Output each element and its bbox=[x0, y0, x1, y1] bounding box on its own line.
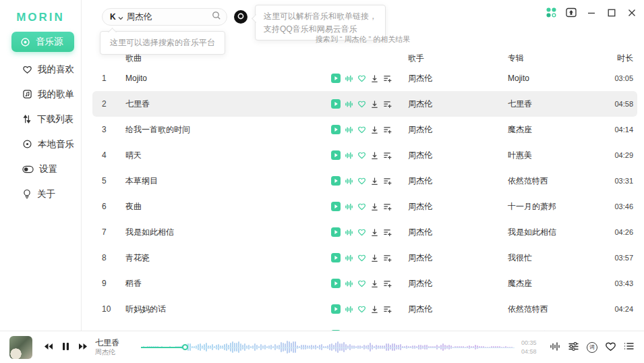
add-playlist-icon[interactable] bbox=[383, 254, 392, 262]
wave-icon[interactable] bbox=[345, 151, 353, 160]
maximize-button[interactable] bbox=[605, 7, 618, 20]
add-playlist-icon[interactable] bbox=[383, 279, 392, 288]
add-playlist-icon[interactable] bbox=[383, 202, 392, 211]
wave-icon[interactable] bbox=[345, 279, 353, 288]
sidebar-item-music-source[interactable]: 音乐源 bbox=[11, 32, 74, 52]
wave-icon[interactable] bbox=[345, 254, 353, 262]
platform-selector[interactable]: K bbox=[110, 11, 123, 23]
song-row[interactable]: 5本草纲目周杰伦依然范特西03:31 bbox=[92, 168, 637, 194]
song-row[interactable]: 7我是如此相信周杰伦我是如此相信04:26 bbox=[92, 219, 637, 245]
add-playlist-icon[interactable] bbox=[383, 151, 392, 160]
play-icon[interactable] bbox=[331, 202, 341, 211]
heart-outline-icon[interactable] bbox=[357, 151, 366, 159]
song-row[interactable]: 11告白气球周杰伦周杰伦的床边故事03:35 bbox=[92, 322, 637, 331]
search-input[interactable]: 周杰伦 bbox=[127, 11, 208, 23]
wave-icon[interactable] bbox=[345, 228, 353, 237]
sidebar-item-local-music[interactable]: 本地音乐 bbox=[0, 132, 81, 157]
song-album: 魔杰座 bbox=[493, 124, 598, 136]
download-icon[interactable] bbox=[370, 331, 379, 331]
download-icon[interactable] bbox=[370, 74, 379, 83]
add-playlist-icon[interactable] bbox=[383, 74, 392, 83]
play-icon[interactable] bbox=[331, 279, 341, 288]
favorite-button[interactable] bbox=[605, 341, 616, 354]
close-button[interactable] bbox=[625, 7, 639, 20]
play-icon[interactable] bbox=[331, 176, 341, 186]
waveform-played-line bbox=[141, 347, 185, 348]
play-icon[interactable] bbox=[331, 74, 341, 83]
song-row[interactable]: 9稻香周杰伦魔杰座03:43 bbox=[92, 271, 637, 296]
play-icon[interactable] bbox=[331, 99, 341, 109]
wave-icon[interactable] bbox=[345, 202, 353, 211]
heart-outline-icon[interactable] bbox=[357, 125, 366, 134]
wave-icon[interactable] bbox=[345, 100, 353, 109]
visualizer-button[interactable] bbox=[550, 341, 560, 354]
wave-icon[interactable] bbox=[345, 74, 353, 83]
play-icon[interactable] bbox=[331, 125, 341, 134]
song-row[interactable]: 3给我一首歌的时间周杰伦魔杰座04:14 bbox=[92, 117, 637, 142]
play-icon[interactable] bbox=[331, 227, 341, 237]
song-row[interactable]: 6夜曲周杰伦十一月的萧邦03:46 bbox=[92, 194, 637, 219]
play-queue-button[interactable] bbox=[624, 341, 635, 353]
song-row[interactable]: 4晴天周杰伦叶惠美04:29 bbox=[92, 142, 637, 168]
download-icon[interactable] bbox=[370, 305, 379, 314]
heart-outline-icon[interactable] bbox=[357, 228, 366, 236]
download-icon[interactable] bbox=[370, 228, 379, 237]
download-icon[interactable] bbox=[370, 151, 379, 160]
download-icon[interactable] bbox=[370, 177, 379, 186]
add-playlist-icon[interactable] bbox=[383, 331, 392, 331]
song-row[interactable]: 10听妈妈的话周杰伦依然范特西04:24 bbox=[92, 296, 637, 322]
album-art[interactable] bbox=[9, 336, 32, 359]
search-bar[interactable]: K 周杰伦 bbox=[102, 8, 227, 26]
heart-outline-icon[interactable] bbox=[357, 254, 366, 262]
heart-outline-icon[interactable] bbox=[357, 74, 366, 82]
play-icon[interactable] bbox=[331, 330, 341, 331]
heart-outline-icon[interactable] bbox=[357, 305, 366, 313]
add-playlist-icon[interactable] bbox=[383, 177, 392, 186]
song-row[interactable]: 8青花瓷周杰伦我很忙03:57 bbox=[92, 245, 637, 271]
progress-knob[interactable] bbox=[182, 344, 188, 350]
sidebar-item-about[interactable]: 关于 bbox=[0, 182, 81, 206]
sidebar-item-label: 关于 bbox=[37, 188, 55, 200]
wave-icon[interactable] bbox=[345, 305, 353, 314]
sidebar-item-settings[interactable]: 设置 bbox=[0, 157, 81, 182]
wave-icon[interactable] bbox=[345, 177, 353, 186]
previous-button[interactable] bbox=[43, 342, 53, 352]
heart-outline-icon[interactable] bbox=[357, 100, 366, 108]
download-icon[interactable] bbox=[370, 279, 379, 288]
wave-icon[interactable] bbox=[345, 331, 353, 331]
sidebar-item-download-list[interactable]: 下载列表 bbox=[0, 107, 81, 132]
add-playlist-icon[interactable] bbox=[383, 305, 392, 314]
equalizer-button[interactable] bbox=[568, 341, 579, 354]
song-artist: 周杰伦 bbox=[392, 329, 493, 331]
next-button[interactable] bbox=[78, 342, 88, 352]
play-icon[interactable] bbox=[331, 150, 341, 160]
download-icon[interactable] bbox=[370, 254, 379, 262]
wave-icon[interactable] bbox=[345, 125, 353, 134]
mini-mode-button[interactable] bbox=[564, 7, 578, 20]
add-playlist-icon[interactable] bbox=[383, 125, 392, 134]
header-duration: 时长 bbox=[598, 53, 633, 64]
sidebar-item-my-playlists[interactable]: 我的歌单 bbox=[0, 82, 81, 107]
heart-outline-icon[interactable] bbox=[357, 279, 366, 287]
download-icon[interactable] bbox=[370, 125, 379, 134]
song-row[interactable]: 1Mojito周杰伦Mojito03:05 bbox=[92, 65, 637, 91]
minimize-button[interactable] bbox=[585, 7, 598, 20]
search-icon[interactable] bbox=[212, 11, 221, 23]
lyrics-button[interactable]: 词 bbox=[587, 342, 597, 353]
parse-link-button[interactable] bbox=[234, 10, 247, 24]
download-icon[interactable] bbox=[370, 100, 379, 109]
heart-outline-icon[interactable] bbox=[357, 202, 366, 211]
heart-outline-icon[interactable] bbox=[357, 177, 366, 185]
waveform-seekbar[interactable] bbox=[141, 336, 515, 359]
song-row[interactable]: 2七里香周杰伦七里香04:58 bbox=[92, 91, 637, 117]
pause-button[interactable] bbox=[62, 342, 69, 353]
download-icon[interactable] bbox=[370, 202, 379, 211]
apps-grid-button[interactable] bbox=[544, 7, 558, 20]
player-right-controls: 词 bbox=[550, 341, 635, 354]
add-playlist-icon[interactable] bbox=[383, 100, 392, 109]
song-artist: 周杰伦 bbox=[392, 99, 493, 110]
sidebar-item-my-likes[interactable]: 我的喜欢 bbox=[0, 57, 81, 82]
add-playlist-icon[interactable] bbox=[383, 228, 392, 237]
play-icon[interactable] bbox=[331, 304, 341, 314]
play-icon[interactable] bbox=[331, 253, 341, 262]
